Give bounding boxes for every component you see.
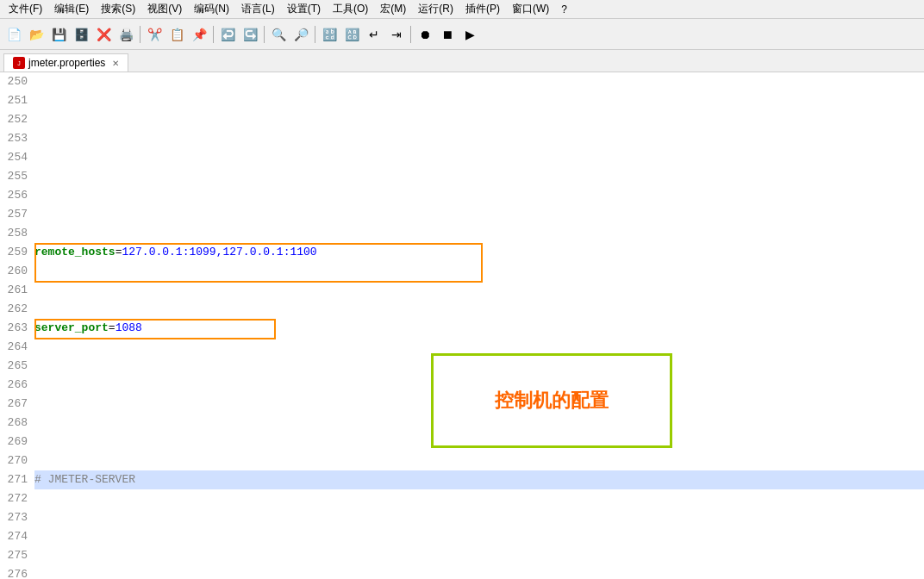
menu-search[interactable]: 搜索(S) (96, 0, 140, 18)
code-line-264 (34, 338, 924, 357)
code-line-269 (34, 433, 924, 451)
undo-button[interactable]: ↩️ (217, 24, 238, 45)
line-number-262: 262 (0, 300, 34, 319)
macro-record-button[interactable]: ⏺ (415, 24, 435, 45)
macro-stop-button[interactable]: ⏹ (437, 24, 458, 45)
line-number-266: 266 (0, 376, 34, 395)
code-line-275 (34, 546, 924, 565)
code-line-256 (34, 186, 924, 205)
code-line-252 (34, 110, 924, 129)
code-line-250 (34, 72, 924, 91)
line-number-272: 272 (0, 489, 34, 508)
line-number-251: 251 (0, 91, 34, 110)
line-number-270: 270 (0, 451, 34, 470)
line-number-274: 274 (0, 527, 34, 546)
code-line-257 (34, 205, 924, 224)
line-number-255: 255 (0, 167, 34, 186)
zoom-out-button[interactable]: 🔠 (341, 24, 362, 45)
print-button[interactable]: 🖨️ (116, 24, 136, 45)
code-line-254 (34, 148, 924, 167)
replace-button[interactable]: 🔎 (290, 24, 311, 45)
line-number-260: 260 (0, 262, 34, 281)
line-number-257: 257 (0, 205, 34, 224)
menu-file[interactable]: 文件(F) (3, 0, 47, 18)
separator-4 (315, 26, 315, 43)
line-number-252: 252 (0, 110, 34, 129)
line-numbers: 2502512522532542552562572582592602612622… (0, 72, 34, 579)
separator-1 (140, 26, 140, 43)
code-content[interactable]: remote_hosts=127.0.0.1:1099,127.0.0.1:11… (34, 72, 924, 579)
menu-tools[interactable]: 工具(O) (328, 0, 373, 18)
file-tab[interactable]: J jmeter.properties ✕ (3, 53, 128, 72)
line-number-258: 258 (0, 224, 34, 243)
cut-button[interactable]: ✂️ (144, 24, 165, 45)
menu-plugin[interactable]: 插件(P) (460, 0, 505, 18)
indent-button[interactable]: ⇥ (386, 24, 407, 45)
code-line-272 (34, 489, 924, 508)
tab-file-icon: J (13, 57, 25, 69)
line-number-256: 256 (0, 186, 34, 205)
find-button[interactable]: 🔍 (268, 24, 289, 45)
menu-language[interactable]: 语言(L) (236, 0, 280, 18)
menu-run[interactable]: 运行(R) (413, 0, 459, 18)
open-button[interactable]: 📂 (26, 24, 47, 45)
line-number-261: 261 (0, 281, 34, 300)
new-button[interactable]: 📄 (3, 24, 24, 45)
code-area: 2502512522532542552562572582592602612622… (0, 72, 924, 579)
code-line-263: server_port=1088 (34, 319, 924, 338)
line-number-267: 267 (0, 395, 34, 414)
line-number-273: 273 (0, 508, 34, 527)
menu-edit[interactable]: 编辑(E) (49, 0, 94, 18)
code-line-259: remote_hosts=127.0.0.1:1099,127.0.0.1:11… (34, 243, 924, 262)
line-number-254: 254 (0, 148, 34, 167)
code-line-262 (34, 300, 924, 319)
macro-play-button[interactable]: ▶ (459, 24, 480, 45)
line-number-250: 250 (0, 72, 34, 91)
close-button[interactable]: ❌ (93, 24, 114, 45)
line-number-275: 275 (0, 546, 34, 565)
separator-3 (264, 26, 265, 43)
separator-2 (213, 26, 214, 43)
code-line-271: # JMETER-SERVER (34, 470, 924, 489)
code-line-267 (34, 395, 924, 414)
code-line-276 (34, 565, 924, 579)
toolbar: 📄 📂 💾 🗄️ ❌ 🖨️ ✂️ 📋 📌 ↩️ ↪️ 🔍 🔎 🔡 🔠 ↵ ⇥ ⏺… (0, 19, 924, 50)
line-number-264: 264 (0, 338, 34, 357)
code-line-258 (34, 224, 924, 243)
code-line-255 (34, 167, 924, 186)
code-line-270 (34, 451, 924, 470)
copy-button[interactable]: 📋 (166, 24, 187, 45)
code-line-273 (34, 508, 924, 527)
zoom-in-button[interactable]: 🔡 (319, 24, 340, 45)
line-number-269: 269 (0, 433, 34, 451)
tabbar: J jmeter.properties ✕ (0, 50, 924, 72)
code-line-261 (34, 281, 924, 300)
menu-encode[interactable]: 编码(N) (189, 0, 234, 18)
code-line-274 (34, 527, 924, 546)
code-line-268 (34, 414, 924, 433)
menu-macro[interactable]: 宏(M) (375, 0, 411, 18)
redo-button[interactable]: ↪️ (240, 24, 260, 45)
line-number-265: 265 (0, 357, 34, 376)
line-number-263: 263 (0, 319, 34, 338)
wrap-button[interactable]: ↵ (364, 24, 384, 45)
menu-help[interactable]: ? (556, 2, 572, 17)
menubar: 文件(F) 编辑(E) 搜索(S) 视图(V) 编码(N) 语言(L) 设置(T… (0, 0, 924, 19)
menu-window[interactable]: 窗口(W) (507, 0, 554, 18)
separator-5 (410, 26, 411, 43)
tab-close-button[interactable]: ✕ (112, 59, 119, 68)
paste-button[interactable]: 📌 (189, 24, 209, 45)
line-number-268: 268 (0, 414, 34, 433)
line-number-276: 276 (0, 565, 34, 579)
save-all-button[interactable]: 🗄️ (71, 24, 91, 45)
line-number-259: 259 (0, 243, 34, 262)
line-number-271: 271 (0, 470, 34, 489)
code-line-265 (34, 357, 924, 376)
menu-settings[interactable]: 设置(T) (282, 0, 326, 18)
code-line-260 (34, 262, 924, 281)
save-button[interactable]: 💾 (48, 24, 69, 45)
menu-view[interactable]: 视图(V) (142, 0, 187, 18)
code-line-251 (34, 91, 924, 110)
code-line-253 (34, 129, 924, 148)
code-line-266 (34, 376, 924, 395)
